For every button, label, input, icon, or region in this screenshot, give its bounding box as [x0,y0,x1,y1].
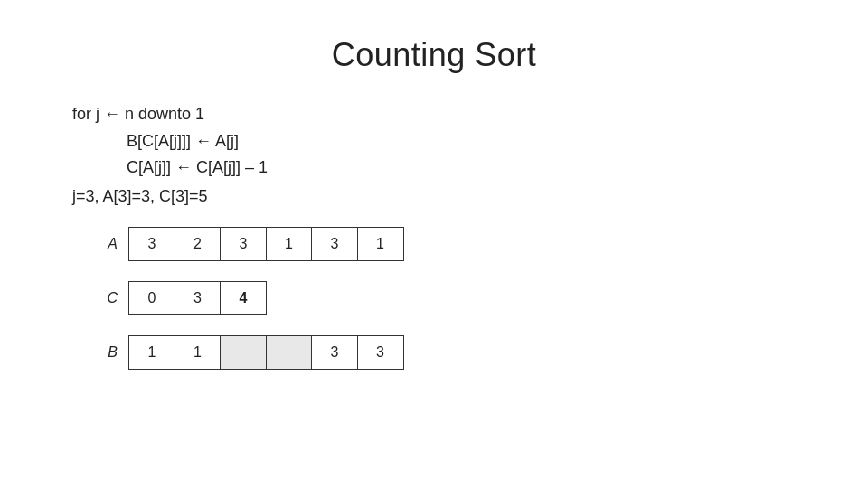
pseudo-status: j=3, A[3]=3, C[3]=5 [72,183,814,211]
pseudocode-block: for j ← n downto 1 B[C[A[j]]] ← A[j] C[A… [72,101,814,211]
page-title: Counting Sort [54,0,814,101]
array-B-label: B [72,344,118,361]
cell-A-0: 3 [128,227,175,261]
cell-A-4: 3 [311,227,358,261]
pseudo-line2: B[C[A[j]]] ← A[j] [72,128,814,155]
pseudo-line3: C[A[j]] ← C[A[j]] – 1 [72,155,814,182]
cell-C-2: 4 [220,281,267,315]
cell-C-1: 3 [175,281,222,315]
arrays-section: A 3 2 3 1 3 1 C 0 3 4 B 1 1 [72,227,814,370]
array-A-row: A 3 2 3 1 3 1 [72,227,814,261]
cell-A-3: 1 [266,227,313,261]
cell-B-1: 1 [175,335,222,370]
array-A-cells: 3 2 3 1 3 1 [128,227,402,261]
cell-B-4: 3 [311,335,358,370]
cell-A-1: 2 [175,227,222,261]
cell-B-0: 1 [128,335,175,370]
cell-A-5: 1 [357,227,404,261]
array-C-label: C [72,290,118,306]
array-B-row: B 1 1 3 3 [72,335,814,370]
pseudo-line1: for j ← n downto 1 [72,101,814,128]
array-C-row: C 0 3 4 [72,281,814,315]
cell-A-2: 3 [220,227,267,261]
array-A-label: A [72,236,118,252]
cell-B-2 [220,335,267,370]
cell-C-0: 0 [128,281,175,315]
array-B-cells: 1 1 3 3 [128,335,402,370]
cell-B-5: 3 [357,335,404,370]
page: Counting Sort for j ← n downto 1 B[C[A[j… [0,0,868,488]
array-C-cells: 0 3 4 [128,281,266,315]
cell-B-3 [266,335,313,370]
